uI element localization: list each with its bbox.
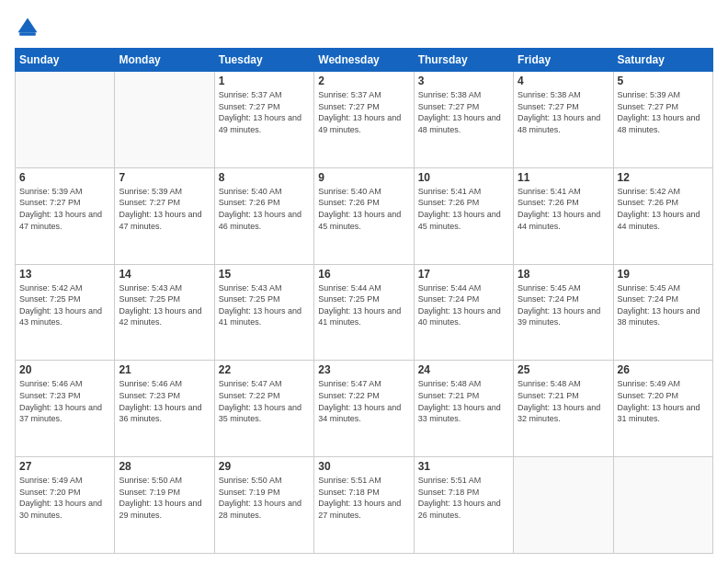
calendar-cell: 18Sunrise: 5:45 AMSunset: 7:24 PMDayligh…	[514, 264, 613, 361]
day-info: Sunrise: 5:43 AMSunset: 7:25 PMDaylight:…	[219, 282, 310, 328]
weekday-header-wednesday: Wednesday	[314, 49, 414, 72]
day-info: Sunrise: 5:46 AMSunset: 7:23 PMDaylight:…	[119, 378, 210, 424]
day-number: 21	[119, 363, 210, 376]
day-info: Sunrise: 5:51 AMSunset: 7:18 PMDaylight:…	[318, 475, 409, 521]
calendar-cell: 23Sunrise: 5:47 AMSunset: 7:22 PMDayligh…	[314, 361, 414, 457]
day-number: 29	[219, 460, 310, 473]
calendar-cell: 12Sunrise: 5:42 AMSunset: 7:26 PMDayligh…	[613, 167, 712, 264]
calendar-cell: 31Sunrise: 5:51 AMSunset: 7:18 PMDayligh…	[414, 457, 513, 554]
calendar-cell: 13Sunrise: 5:42 AMSunset: 7:25 PMDayligh…	[16, 264, 115, 361]
day-info: Sunrise: 5:50 AMSunset: 7:19 PMDaylight:…	[119, 475, 210, 521]
day-number: 10	[418, 171, 509, 184]
day-number: 9	[318, 171, 409, 184]
calendar-cell: 1Sunrise: 5:37 AMSunset: 7:27 PMDaylight…	[214, 72, 313, 168]
weekday-header-monday: Monday	[115, 49, 214, 72]
day-info: Sunrise: 5:41 AMSunset: 7:26 PMDaylight:…	[418, 186, 509, 232]
day-info: Sunrise: 5:43 AMSunset: 7:25 PMDaylight:…	[119, 282, 210, 328]
day-number: 28	[119, 460, 210, 473]
day-number: 2	[318, 75, 409, 87]
day-info: Sunrise: 5:48 AMSunset: 7:21 PMDaylight:…	[418, 378, 509, 424]
day-info: Sunrise: 5:50 AMSunset: 7:19 PMDaylight:…	[219, 475, 310, 521]
day-number: 13	[19, 268, 110, 281]
day-info: Sunrise: 5:49 AMSunset: 7:20 PMDaylight:…	[19, 475, 110, 521]
weekday-header-sunday: Sunday	[16, 49, 115, 72]
svg-rect-1	[19, 32, 36, 36]
calendar-cell: 19Sunrise: 5:45 AMSunset: 7:24 PMDayligh…	[613, 264, 712, 361]
weekday-header-friday: Friday	[514, 49, 613, 72]
calendar-cell	[514, 457, 613, 554]
day-info: Sunrise: 5:51 AMSunset: 7:18 PMDaylight:…	[418, 475, 509, 521]
calendar-cell: 11Sunrise: 5:41 AMSunset: 7:26 PMDayligh…	[514, 167, 613, 264]
calendar-cell: 28Sunrise: 5:50 AMSunset: 7:19 PMDayligh…	[115, 457, 214, 554]
logo	[15, 15, 44, 40]
header	[15, 15, 713, 40]
calendar-cell: 3Sunrise: 5:38 AMSunset: 7:27 PMDaylight…	[414, 72, 513, 168]
calendar-cell: 10Sunrise: 5:41 AMSunset: 7:26 PMDayligh…	[414, 167, 513, 264]
calendar-cell: 8Sunrise: 5:40 AMSunset: 7:26 PMDaylight…	[214, 167, 313, 264]
day-info: Sunrise: 5:40 AMSunset: 7:26 PMDaylight:…	[219, 186, 310, 232]
day-info: Sunrise: 5:37 AMSunset: 7:27 PMDaylight:…	[318, 89, 409, 135]
day-number: 26	[618, 363, 709, 376]
day-info: Sunrise: 5:48 AMSunset: 7:21 PMDaylight:…	[518, 378, 609, 424]
day-info: Sunrise: 5:42 AMSunset: 7:25 PMDaylight:…	[19, 282, 110, 328]
day-info: Sunrise: 5:38 AMSunset: 7:27 PMDaylight:…	[518, 89, 609, 135]
day-info: Sunrise: 5:45 AMSunset: 7:24 PMDaylight:…	[518, 282, 609, 328]
calendar-cell: 17Sunrise: 5:44 AMSunset: 7:24 PMDayligh…	[414, 264, 513, 361]
week-row-4: 20Sunrise: 5:46 AMSunset: 7:23 PMDayligh…	[16, 361, 713, 457]
week-row-2: 6Sunrise: 5:39 AMSunset: 7:27 PMDaylight…	[16, 167, 713, 264]
calendar-cell: 26Sunrise: 5:49 AMSunset: 7:20 PMDayligh…	[613, 361, 712, 457]
svg-marker-0	[18, 18, 38, 33]
page: SundayMondayTuesdayWednesdayThursdayFrid…	[0, 0, 728, 563]
calendar-cell: 25Sunrise: 5:48 AMSunset: 7:21 PMDayligh…	[514, 361, 613, 457]
week-row-5: 27Sunrise: 5:49 AMSunset: 7:20 PMDayligh…	[16, 457, 713, 554]
day-number: 18	[518, 268, 609, 281]
calendar-cell: 29Sunrise: 5:50 AMSunset: 7:19 PMDayligh…	[214, 457, 313, 554]
day-info: Sunrise: 5:38 AMSunset: 7:27 PMDaylight:…	[418, 89, 509, 135]
calendar-cell	[16, 72, 115, 168]
day-info: Sunrise: 5:37 AMSunset: 7:27 PMDaylight:…	[219, 89, 310, 135]
day-info: Sunrise: 5:46 AMSunset: 7:23 PMDaylight:…	[19, 378, 110, 424]
weekday-header-row: SundayMondayTuesdayWednesdayThursdayFrid…	[16, 49, 713, 72]
day-info: Sunrise: 5:39 AMSunset: 7:27 PMDaylight:…	[19, 186, 110, 232]
calendar-cell: 4Sunrise: 5:38 AMSunset: 7:27 PMDaylight…	[514, 72, 613, 168]
day-number: 4	[518, 75, 609, 87]
calendar-cell	[613, 457, 712, 554]
calendar-cell: 7Sunrise: 5:39 AMSunset: 7:27 PMDaylight…	[115, 167, 214, 264]
day-number: 6	[19, 171, 110, 184]
calendar-cell: 22Sunrise: 5:47 AMSunset: 7:22 PMDayligh…	[214, 361, 313, 457]
day-number: 11	[518, 171, 609, 184]
day-number: 14	[119, 268, 210, 281]
day-info: Sunrise: 5:40 AMSunset: 7:26 PMDaylight:…	[318, 186, 409, 232]
week-row-1: 1Sunrise: 5:37 AMSunset: 7:27 PMDaylight…	[16, 72, 713, 168]
calendar-cell: 27Sunrise: 5:49 AMSunset: 7:20 PMDayligh…	[16, 457, 115, 554]
day-number: 17	[418, 268, 509, 281]
logo-icon	[15, 15, 40, 40]
calendar-cell: 30Sunrise: 5:51 AMSunset: 7:18 PMDayligh…	[314, 457, 414, 554]
day-number: 8	[219, 171, 310, 184]
day-number: 5	[618, 75, 709, 87]
weekday-header-thursday: Thursday	[414, 49, 513, 72]
day-info: Sunrise: 5:44 AMSunset: 7:24 PMDaylight:…	[418, 282, 509, 328]
day-number: 22	[219, 363, 310, 376]
weekday-header-saturday: Saturday	[613, 49, 712, 72]
day-number: 30	[318, 460, 409, 473]
day-number: 3	[418, 75, 509, 87]
calendar-cell: 21Sunrise: 5:46 AMSunset: 7:23 PMDayligh…	[115, 361, 214, 457]
calendar-cell: 5Sunrise: 5:39 AMSunset: 7:27 PMDaylight…	[613, 72, 712, 168]
calendar-cell: 6Sunrise: 5:39 AMSunset: 7:27 PMDaylight…	[16, 167, 115, 264]
day-info: Sunrise: 5:49 AMSunset: 7:20 PMDaylight:…	[618, 378, 709, 424]
calendar-cell: 9Sunrise: 5:40 AMSunset: 7:26 PMDaylight…	[314, 167, 414, 264]
day-info: Sunrise: 5:39 AMSunset: 7:27 PMDaylight:…	[119, 186, 210, 232]
day-info: Sunrise: 5:45 AMSunset: 7:24 PMDaylight:…	[618, 282, 709, 328]
day-number: 7	[119, 171, 210, 184]
day-number: 12	[618, 171, 709, 184]
calendar-cell: 2Sunrise: 5:37 AMSunset: 7:27 PMDaylight…	[314, 72, 414, 168]
day-number: 19	[618, 268, 709, 281]
calendar-cell	[115, 72, 214, 168]
week-row-3: 13Sunrise: 5:42 AMSunset: 7:25 PMDayligh…	[16, 264, 713, 361]
calendar-cell: 24Sunrise: 5:48 AMSunset: 7:21 PMDayligh…	[414, 361, 513, 457]
calendar-cell: 20Sunrise: 5:46 AMSunset: 7:23 PMDayligh…	[16, 361, 115, 457]
day-info: Sunrise: 5:44 AMSunset: 7:25 PMDaylight:…	[318, 282, 409, 328]
day-number: 15	[219, 268, 310, 281]
calendar-cell: 15Sunrise: 5:43 AMSunset: 7:25 PMDayligh…	[214, 264, 313, 361]
